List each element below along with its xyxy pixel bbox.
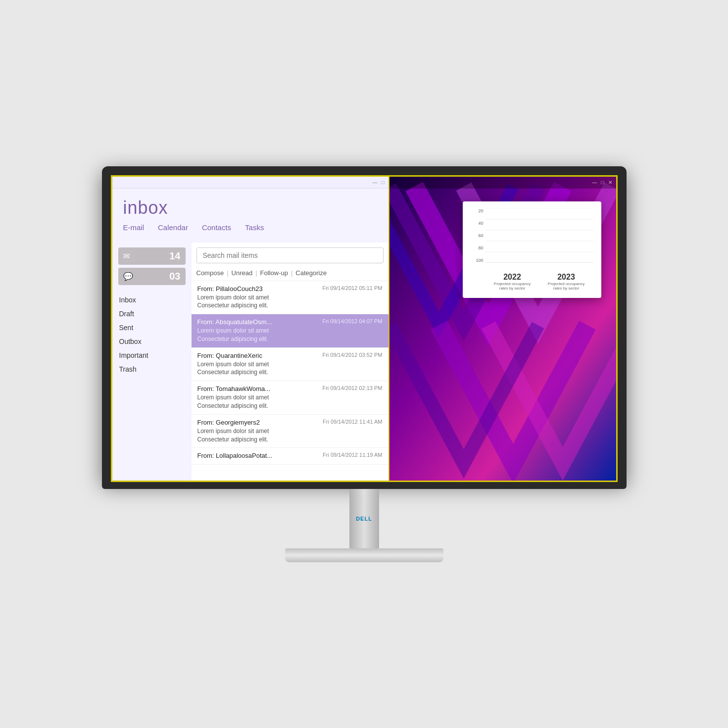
compose-button[interactable]: Compose (196, 269, 224, 277)
email-item-2[interactable]: From: QuarantineXeric Fri 09/14/2012 03:… (192, 348, 388, 382)
chat-icon: 💬 (123, 272, 133, 281)
email-date: Fri 09/14/2012 04:07 PM (322, 318, 382, 326)
email-date: Fri 09/14/2012 03:52 PM (322, 352, 382, 359)
email-header: inbox E-mail Calendar Contacts Tasks (112, 189, 388, 243)
email-from: From: PillaIooCouch23 (197, 285, 263, 292)
email-titlebar: — □ (112, 177, 388, 189)
mail-badge-row: ✉ 14 (118, 247, 186, 265)
chart-labels: 2022 Projected occupancyrates by sector … (471, 273, 593, 291)
tab-calendar[interactable]: Calendar (158, 222, 188, 233)
sidebar-item-important[interactable]: Important (118, 349, 186, 361)
email-panel: — □ inbox E-mail Calendar Contacts Tasks (112, 177, 389, 481)
sidebar: ✉ 14 💬 03 Inbox Draft Sent Outbox I (112, 243, 192, 481)
mail-count: 14 (169, 250, 180, 262)
right-titlebar: — □ ✕ (389, 177, 616, 189)
mail-icon: ✉ (123, 251, 130, 261)
email-item-header: From: LollapaloosaPotat... Fri 09/14/201… (197, 452, 383, 459)
email-item-4[interactable]: From: Georgiemyers2 Fri 09/14/2012 11:41… (192, 415, 388, 448)
email-item-5[interactable]: From: LollapaloosaPotat... Fri 09/14/201… (192, 448, 388, 465)
tab-contacts[interactable]: Contacts (202, 222, 231, 233)
email-item-header: From: AbsquatulateOsm... Fri 09/14/2012 … (197, 318, 383, 326)
email-date: Fri 09/14/2012 11:19 AM (323, 452, 382, 459)
chart-label-2022: 2022 Projected occupancyrates by sector (485, 273, 539, 291)
email-date: Fri 09/14/2012 11:41 AM (323, 419, 382, 426)
minimize-button[interactable]: — (372, 180, 377, 185)
email-date: Fri 09/14/2012 05:11 PM (322, 285, 382, 292)
email-preview: Lorem ipsum dolor sit ametConsectetur ad… (197, 427, 383, 444)
monitor-frame: — □ inbox E-mail Calendar Contacts Tasks (102, 166, 627, 482)
sidebar-item-outbox[interactable]: Outbox (118, 336, 186, 347)
email-from: From: AbsquatulateOsm... (197, 318, 272, 326)
chart-year-2022: 2022 (485, 273, 539, 282)
monitor-stand-base (285, 548, 443, 562)
tab-email[interactable]: E-mail (123, 222, 145, 233)
monitor-bottom-bezel (102, 482, 627, 489)
followup-button[interactable]: Follow-up (260, 269, 288, 277)
email-preview: Lorem ipsum dolor sit ametConsectetur ad… (197, 360, 383, 377)
chart-label-2023: 2023 Projected occupancyrates by sector (539, 273, 593, 291)
email-list: From: PillaIooCouch23 Fri 09/14/2012 05:… (192, 281, 388, 481)
email-item-header: From: TomahawkWoma... Fri 09/14/2012 02:… (197, 385, 383, 392)
chart-subtitle-2023: Projected occupancyrates by sector (539, 282, 593, 291)
y-label-40: 40 (471, 221, 484, 226)
email-from: From: TomahawkWoma... (197, 385, 271, 392)
categorize-button[interactable]: Categorize (295, 269, 327, 277)
y-label-100: 100 (471, 258, 484, 263)
email-item-0[interactable]: From: PillaIooCouch23 Fri 09/14/2012 05:… (192, 281, 388, 315)
sidebar-item-sent[interactable]: Sent (118, 322, 186, 334)
email-main: Compose | Unread | Follow-up | Categoriz… (192, 243, 388, 481)
maximize-button[interactable]: □ (381, 180, 384, 185)
email-item-header: From: QuarantineXeric Fri 09/14/2012 03:… (197, 352, 383, 359)
right-maximize-button[interactable]: □ (601, 180, 604, 185)
right-close-button[interactable]: ✕ (608, 180, 612, 185)
sidebar-nav: Inbox Draft Sent Outbox Important Trash (118, 294, 186, 375)
sidebar-item-inbox[interactable]: Inbox (118, 294, 186, 306)
chart-year-2023: 2023 (539, 273, 593, 282)
right-minimize-button[interactable]: — (592, 180, 597, 185)
chart-area: 100 80 60 40 20 (471, 208, 593, 273)
y-label-60: 60 (471, 233, 484, 238)
email-from: From: QuarantineXeric (197, 352, 263, 359)
email-item-header: From: Georgiemyers2 Fri 09/14/2012 11:41… (197, 419, 383, 426)
search-input[interactable] (196, 247, 384, 263)
chart-subtitle-2022: Projected occupancyrates by sector (485, 282, 539, 291)
tab-tasks[interactable]: Tasks (245, 222, 264, 233)
toolbar: Compose | Unread | Follow-up | Categoriz… (192, 267, 388, 281)
email-item-header: From: PillaIooCouch23 Fri 09/14/2012 05:… (197, 285, 383, 292)
right-panel: — □ ✕ 100 80 60 40 20 (389, 177, 616, 481)
chart-card: 100 80 60 40 20 (463, 201, 601, 298)
email-from: From: LollapaloosaPotat... (197, 452, 273, 459)
email-preview: Lorem ipsum dolor sit ametConsectetur ad… (197, 293, 383, 310)
email-item-1[interactable]: From: AbsquatulateOsm... Fri 09/14/2012 … (192, 314, 388, 348)
email-item-3[interactable]: From: TomahawkWoma... Fri 09/14/2012 02:… (192, 381, 388, 415)
monitor-wrapper: — □ inbox E-mail Calendar Contacts Tasks (92, 166, 636, 562)
y-axis: 100 80 60 40 20 (471, 208, 484, 263)
app-title: inbox (123, 197, 378, 218)
dell-logo: DELL (356, 516, 372, 522)
monitor-stand-neck: DELL (349, 489, 379, 548)
email-preview: Lorem ipsum dolor sit ametConsectetur ad… (197, 393, 383, 410)
sidebar-item-draft[interactable]: Draft (118, 308, 186, 320)
chat-badge-row: 💬 03 (118, 268, 186, 285)
email-sidebar-main: ✉ 14 💬 03 Inbox Draft Sent Outbox I (112, 243, 388, 481)
y-label-80: 80 (471, 245, 484, 250)
chat-count: 03 (169, 271, 180, 282)
screen: — □ inbox E-mail Calendar Contacts Tasks (111, 175, 618, 482)
unread-button[interactable]: Unread (232, 269, 253, 277)
email-from: From: Georgiemyers2 (197, 419, 260, 426)
email-preview: Lorem ipsum dolor sit ametConsectetur ad… (197, 327, 383, 343)
email-date: Fri 09/14/2012 02:13 PM (322, 385, 382, 392)
titlebar-buttons: — □ (372, 180, 384, 185)
nav-tabs: E-mail Calendar Contacts Tasks (123, 222, 378, 238)
sidebar-item-trash[interactable]: Trash (118, 363, 186, 375)
y-label-20: 20 (471, 208, 484, 213)
